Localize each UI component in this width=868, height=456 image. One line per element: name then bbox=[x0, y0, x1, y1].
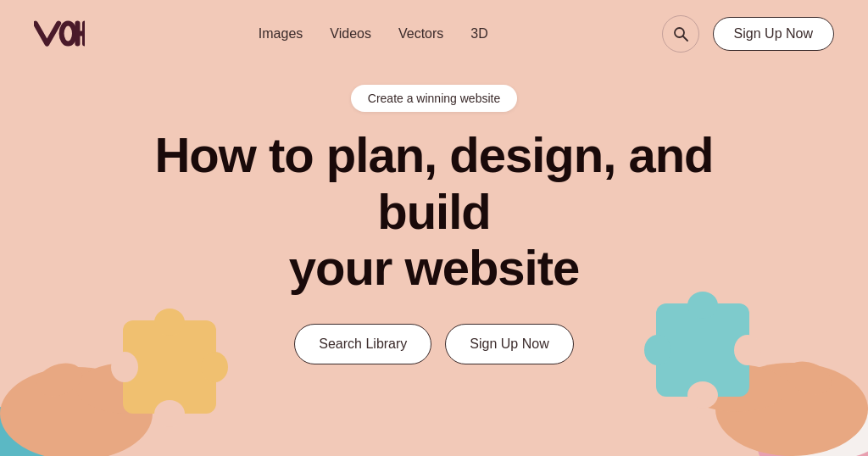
nav-signup-button[interactable]: Sign Up Now bbox=[713, 17, 834, 51]
svg-point-0 bbox=[62, 24, 75, 44]
nav-videos[interactable]: Videos bbox=[330, 26, 371, 42]
nav-images[interactable]: Images bbox=[259, 26, 303, 42]
nav-links: Images Videos Vectors 3D bbox=[259, 26, 488, 42]
hero-badge: Create a winning website bbox=[351, 85, 517, 112]
hero-buttons: Search Library Sign Up Now bbox=[294, 324, 573, 364]
search-icon bbox=[673, 26, 688, 42]
nav-3d[interactable]: 3D bbox=[470, 26, 487, 42]
svg-line-5 bbox=[683, 36, 687, 41]
hero-section: Create a winning website How to plan, de… bbox=[0, 68, 868, 364]
svg-point-24 bbox=[687, 381, 718, 409]
hero-signup-button[interactable]: Sign Up Now bbox=[445, 324, 573, 364]
logo-icon bbox=[34, 17, 85, 51]
svg-point-13 bbox=[154, 400, 185, 427]
search-button[interactable] bbox=[662, 15, 699, 53]
svg-point-4 bbox=[675, 28, 684, 37]
navbar: Images Videos Vectors 3D Sign Up Now bbox=[0, 0, 868, 68]
hero-title-line1: How to plan, design, and build bbox=[154, 127, 713, 239]
hero-title-line2: your website bbox=[289, 240, 580, 295]
logo[interactable] bbox=[34, 17, 85, 51]
search-library-button[interactable]: Search Library bbox=[294, 324, 431, 364]
hero-title: How to plan, design, and build your webs… bbox=[137, 127, 731, 297]
nav-vectors[interactable]: Vectors bbox=[398, 26, 443, 42]
nav-actions: Sign Up Now bbox=[662, 15, 834, 53]
